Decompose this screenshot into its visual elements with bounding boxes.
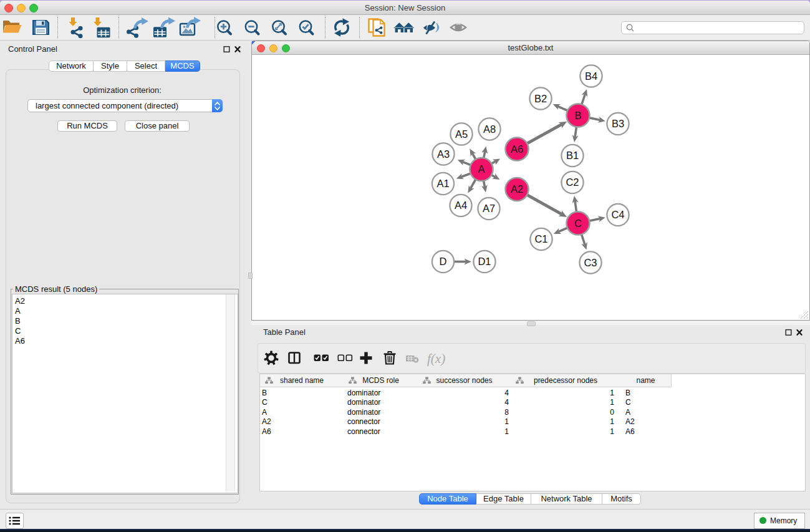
svg-text:B4: B4	[585, 70, 597, 82]
svg-text:A6: A6	[511, 143, 523, 155]
svg-text:A7: A7	[483, 203, 495, 214]
svg-text:B: B	[574, 110, 581, 121]
svg-text:D: D	[440, 256, 447, 267]
svg-text:A5: A5	[455, 128, 468, 140]
svg-text:A2: A2	[511, 183, 523, 195]
svg-text:C: C	[574, 218, 582, 229]
svg-text:A4: A4	[455, 200, 467, 211]
svg-text:C3: C3	[584, 257, 597, 268]
svg-text:A8: A8	[483, 123, 496, 135]
svg-text:f(x): f(x)	[427, 351, 445, 366]
svg-text:C2: C2	[566, 177, 579, 188]
svg-text:B3: B3	[612, 118, 624, 129]
svg-text:D1: D1	[478, 256, 491, 267]
svg-text:A1: A1	[436, 178, 449, 189]
svg-text:A3: A3	[437, 148, 450, 160]
svg-text:C4: C4	[611, 209, 624, 220]
svg-text:B1: B1	[566, 150, 579, 161]
svg-text:C1: C1	[534, 233, 547, 244]
svg-text:B2: B2	[534, 93, 547, 104]
svg-text:A: A	[478, 163, 485, 175]
